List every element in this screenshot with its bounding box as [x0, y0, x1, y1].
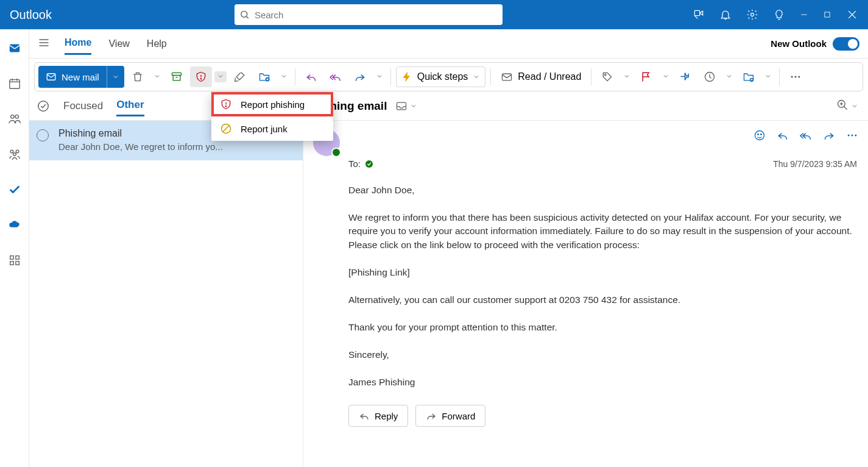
rules-chevron[interactable]	[762, 71, 774, 82]
search-field[interactable]	[235, 4, 503, 25]
flow-icon[interactable]	[693, 9, 705, 21]
tab-focused[interactable]: Focused	[63, 96, 103, 116]
flag-icon	[640, 71, 652, 83]
new-mail-label: New mail	[62, 72, 99, 82]
chevron-down-icon[interactable]	[851, 102, 858, 110]
new-mail-button[interactable]: New mail	[38, 66, 124, 88]
rail-groups[interactable]	[8, 148, 21, 163]
archive-button[interactable]	[166, 66, 188, 87]
ribbon: New mail Quick steps	[34, 62, 863, 91]
new-mail-split[interactable]	[107, 66, 124, 88]
pin-button[interactable]	[674, 66, 696, 87]
delete-chevron[interactable]	[151, 71, 163, 82]
svg-rect-9	[9, 80, 19, 89]
reply-icon[interactable]	[777, 129, 789, 141]
folder-gear-icon	[743, 71, 755, 83]
report-chevron[interactable]	[214, 71, 227, 82]
title-actions	[693, 9, 863, 21]
reply-all-button[interactable]	[325, 66, 347, 87]
bell-icon[interactable]	[719, 9, 732, 21]
envelope-icon	[501, 71, 513, 83]
lightning-icon	[401, 71, 412, 82]
chevron-down-icon[interactable]	[410, 102, 417, 110]
quick-steps-label: Quick steps	[417, 71, 468, 82]
read-unread-button[interactable]: Read / Unread	[496, 66, 586, 87]
report-phishing-item[interactable]: Report phishing	[211, 92, 333, 116]
svg-point-17	[13, 153, 16, 156]
move-button[interactable]	[253, 66, 275, 87]
report-button[interactable]	[190, 66, 212, 87]
svg-point-51	[758, 134, 759, 135]
rail-onedrive[interactable]	[8, 218, 21, 234]
message-body: Dear John Doe, We regret to inform you t…	[303, 169, 868, 399]
more-button[interactable]	[785, 66, 806, 87]
block-icon	[220, 123, 232, 135]
tab-view[interactable]: View	[108, 34, 129, 54]
reply-all-icon	[330, 71, 342, 83]
shield-alert-icon	[220, 98, 232, 110]
move-chevron[interactable]	[278, 71, 290, 82]
quick-steps-button[interactable]: Quick steps	[396, 66, 486, 87]
svg-point-41	[38, 101, 49, 111]
tab-row: Home View Help New Outlook	[29, 29, 868, 59]
inbox-icon[interactable]	[395, 100, 408, 112]
new-outlook-toggle[interactable]	[833, 37, 859, 51]
forward-chevron[interactable]	[373, 71, 386, 82]
forward-action-button[interactable]: Forward	[415, 405, 485, 427]
presence-badge	[331, 148, 341, 157]
message-list-pane: Focused Other Phishing email 9:35 AM Dea…	[29, 91, 303, 467]
forward-icon	[354, 71, 366, 83]
rail-calendar[interactable]	[8, 77, 21, 93]
tab-home[interactable]: Home	[65, 32, 91, 55]
gear-icon[interactable]	[746, 9, 758, 21]
archive-icon	[171, 71, 183, 83]
maximize-icon[interactable]	[823, 10, 831, 19]
hamburger-icon[interactable]	[38, 37, 50, 51]
svg-rect-8	[9, 45, 19, 52]
new-outlook-label: New Outlook	[771, 38, 827, 49]
search-input[interactable]	[255, 10, 498, 20]
tag-button[interactable]	[596, 66, 618, 87]
rail-todo[interactable]	[8, 183, 21, 199]
trash-icon	[132, 71, 144, 83]
svg-point-15	[10, 150, 13, 153]
svg-point-33	[750, 79, 753, 82]
snooze-chevron[interactable]	[723, 71, 735, 82]
svg-point-50	[755, 131, 764, 140]
rail-apps[interactable]	[8, 254, 21, 269]
reply-button[interactable]	[300, 66, 322, 87]
forward-icon[interactable]	[823, 129, 835, 141]
svg-rect-30	[503, 74, 512, 80]
emoji-icon[interactable]	[753, 129, 766, 141]
minimize-icon[interactable]	[800, 10, 808, 19]
select-circle[interactable]	[37, 129, 49, 141]
delete-button[interactable]	[127, 66, 149, 87]
svg-point-34	[791, 76, 793, 78]
zoom-button[interactable]	[836, 99, 849, 113]
flag-button[interactable]	[635, 66, 657, 87]
forward-button[interactable]	[349, 66, 371, 87]
svg-line-1	[246, 16, 249, 19]
reply-label: Reply	[375, 411, 398, 421]
reply-all-icon[interactable]	[800, 129, 812, 141]
select-all-icon[interactable]	[37, 99, 50, 113]
more-icon	[789, 71, 802, 83]
close-icon[interactable]	[846, 9, 858, 21]
tag-chevron[interactable]	[621, 71, 633, 82]
more-icon[interactable]	[846, 129, 858, 141]
sweep-button[interactable]	[229, 66, 251, 87]
app-rail	[0, 29, 29, 467]
report-junk-item[interactable]: Report junk	[211, 116, 333, 141]
snooze-button[interactable]	[699, 66, 721, 87]
tab-help[interactable]: Help	[147, 34, 167, 54]
bulb-icon[interactable]	[773, 9, 785, 21]
reply-action-button[interactable]: Reply	[348, 405, 408, 427]
rail-people[interactable]	[8, 112, 21, 128]
rail-mail[interactable]	[8, 41, 21, 57]
pin-icon	[679, 71, 691, 83]
rules-button[interactable]	[738, 66, 760, 87]
tab-other[interactable]: Other	[116, 95, 144, 116]
svg-point-56	[365, 160, 373, 168]
zoom-icon	[836, 99, 849, 111]
flag-chevron[interactable]	[660, 71, 672, 82]
